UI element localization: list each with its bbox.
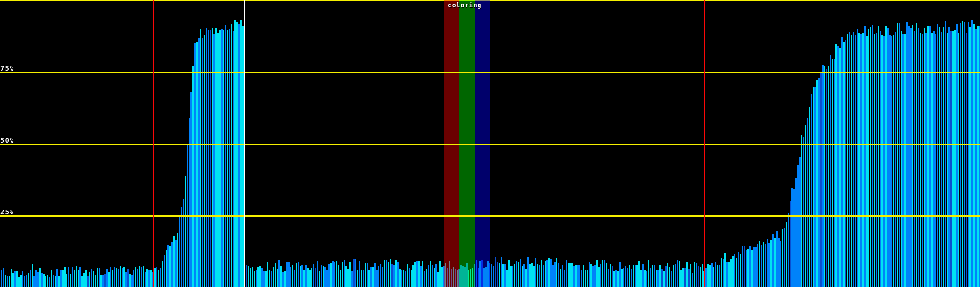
gridline-50 (0, 144, 980, 145)
waveform-scope: 75% 50% 25% coloring (0, 0, 980, 287)
section-marker-white (244, 0, 245, 287)
gridline-25 (0, 215, 980, 217)
gridline-75 (0, 72, 980, 73)
gridline-label-75: 75% (0, 65, 14, 72)
section-marker-red-2 (704, 0, 705, 287)
gridline-label-25: 25% (0, 209, 14, 215)
gridline-label-50: 50% (0, 137, 14, 144)
coloring-label: coloring (448, 2, 482, 8)
section-marker-red-1 (153, 0, 154, 287)
